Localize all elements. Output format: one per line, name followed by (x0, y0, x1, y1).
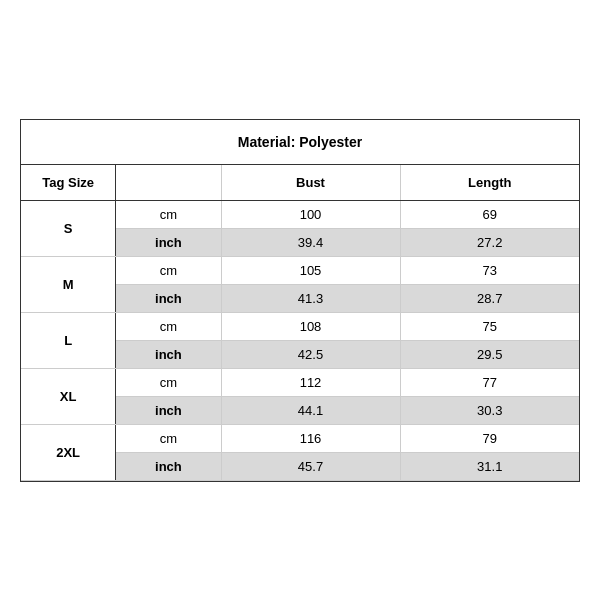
unit-cell: cm (116, 424, 221, 452)
title-text: Material: Polyester (238, 134, 363, 150)
unit-cell: cm (116, 368, 221, 396)
bust-cell: 39.4 (221, 228, 400, 256)
bust-cell: 105 (221, 256, 400, 284)
header-tag-size: Tag Size (21, 165, 116, 201)
unit-cell: cm (116, 312, 221, 340)
tag-size-cell: XL (21, 368, 116, 424)
tag-size-cell: M (21, 256, 116, 312)
table-row: Lcm10875 (21, 312, 579, 340)
length-cell: 69 (400, 200, 579, 228)
length-cell: 77 (400, 368, 579, 396)
bust-cell: 42.5 (221, 340, 400, 368)
tag-size-cell: 2XL (21, 424, 116, 480)
unit-cell: inch (116, 228, 221, 256)
bust-cell: 112 (221, 368, 400, 396)
unit-cell: inch (116, 396, 221, 424)
header-bust: Bust (221, 165, 400, 201)
bust-cell: 100 (221, 200, 400, 228)
tag-size-cell: L (21, 312, 116, 368)
length-cell: 79 (400, 424, 579, 452)
header-length: Length (400, 165, 579, 201)
table-header-row: Tag Size Bust Length (21, 165, 579, 201)
bust-cell: 108 (221, 312, 400, 340)
size-chart-container: Material: Polyester Tag Size Bust Length… (20, 119, 580, 482)
table-row: XLcm11277 (21, 368, 579, 396)
length-cell: 27.2 (400, 228, 579, 256)
table-row: Scm10069 (21, 200, 579, 228)
bust-cell: 116 (221, 424, 400, 452)
unit-cell: cm (116, 200, 221, 228)
table-row: Mcm10573 (21, 256, 579, 284)
unit-cell: inch (116, 284, 221, 312)
length-cell: 31.1 (400, 452, 579, 480)
length-cell: 73 (400, 256, 579, 284)
unit-cell: inch (116, 340, 221, 368)
unit-cell: cm (116, 256, 221, 284)
length-cell: 28.7 (400, 284, 579, 312)
length-cell: 29.5 (400, 340, 579, 368)
tag-size-cell: S (21, 200, 116, 256)
length-cell: 30.3 (400, 396, 579, 424)
bust-cell: 41.3 (221, 284, 400, 312)
chart-title: Material: Polyester (21, 120, 579, 165)
bust-cell: 44.1 (221, 396, 400, 424)
bust-cell: 45.7 (221, 452, 400, 480)
length-cell: 75 (400, 312, 579, 340)
table-row: 2XLcm11679 (21, 424, 579, 452)
size-table: Tag Size Bust Length Scm10069inch39.427.… (21, 165, 579, 481)
header-empty (116, 165, 221, 201)
unit-cell: inch (116, 452, 221, 480)
